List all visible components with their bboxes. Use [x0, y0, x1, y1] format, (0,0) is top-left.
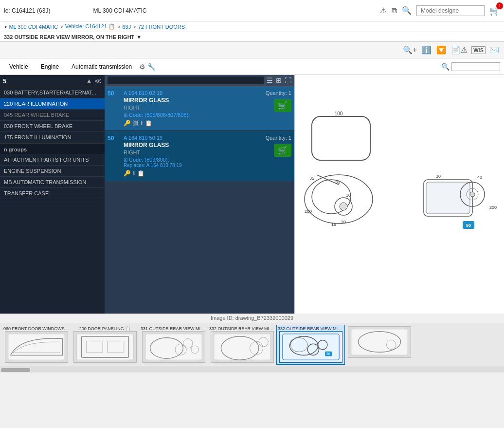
image-id-bar: Image ID: drawing_B72332000029: [0, 314, 504, 323]
add-cart-button-1[interactable]: 🛒: [274, 99, 291, 112]
zoom-in-icon[interactable]: 🔍+: [402, 44, 418, 56]
svg-rect-24: [76, 334, 133, 360]
qty-label-1: Quantity: 1: [266, 90, 291, 96]
subtitle-dropdown[interactable]: ▼: [136, 34, 142, 40]
thumb-label-5: 332 OUTSIDE REAR VIEW MIRROR, ON THE RIG…: [278, 326, 343, 331]
sidebar-group-engine[interactable]: ENGINE SUSPENSION: [0, 166, 105, 177]
thumb-img-5: 50: [279, 331, 342, 363]
sidebar-item-battery[interactable]: 030 BATTERY,STARTER/ALTERNAT...: [0, 87, 105, 98]
part-code-2: ⊞ Code: (809/800);: [124, 157, 262, 163]
svg-rect-23: [8, 334, 64, 360]
search-icon[interactable]: 🔍: [402, 6, 412, 15]
tab-search-input[interactable]: [451, 62, 500, 71]
part-id-2: A 164 810 50 19: [124, 135, 262, 141]
main-content: 5 ▲ ≪ 030 BATTERY,STARTER/ALTERNAT... 22…: [0, 75, 504, 314]
sidebar-item-front-brake[interactable]: 030 FRONT WHEEL BRAKE: [0, 121, 105, 132]
cart-badge: 1: [496, 2, 503, 9]
thumb-img-1: [5, 331, 68, 363]
svg-text:15: 15: [331, 222, 336, 227]
sidebar-group-mb-auto[interactable]: MB AUTOMATIC TRANSMISSION: [0, 177, 105, 188]
tab-vehicle[interactable]: Vehicle: [4, 61, 34, 73]
svg-rect-44: [351, 329, 407, 355]
thumb-item-6[interactable]: [345, 325, 414, 365]
part-pos-1: 50: [108, 90, 120, 127]
cart-button[interactable]: 🛒 1: [489, 5, 500, 16]
sidebar-nav-up[interactable]: ▲: [86, 77, 92, 85]
svg-rect-33: [214, 334, 270, 360]
thumb-img-4: [211, 331, 274, 363]
sidebar-group-transfer[interactable]: TRANSFER CASE: [0, 188, 105, 199]
center-panel: ☰ ⊞ ⛶ 50 A 164 810 02 19 MIRROR GLASS RI…: [105, 75, 294, 314]
part-code-1: ⊞ Code: (805/806/807/808);: [124, 112, 262, 118]
sidebar-header-num: 5: [3, 77, 6, 85]
thumb-item-1[interactable]: 060 FRONT DOOR WINDOWS 📋: [2, 325, 71, 365]
list-view-icon[interactable]: ☰: [267, 76, 273, 84]
tab-search-icon[interactable]: 🔍: [441, 63, 450, 71]
thumb-item-2[interactable]: 200 DOOR PANELING 📋: [71, 325, 139, 365]
sidebar-item-front-illumination[interactable]: 175 FRONT ILLUMINATION: [0, 132, 105, 143]
thumb-item-3[interactable]: 331 OUTSIDE REAR VIEW MIRROR, ON THE LEF…: [139, 325, 208, 365]
svg-text:50: 50: [466, 223, 471, 228]
sidebar-section-title: n groups: [0, 143, 105, 154]
image-icon-1[interactable]: 🖼: [133, 120, 139, 127]
part-sub-1: RIGHT: [124, 105, 262, 111]
svg-text:100: 100: [335, 112, 343, 116]
document-icon[interactable]: 📄⚠: [450, 44, 468, 56]
part-name-2: MIRROR GLASS: [124, 142, 262, 149]
svg-text:35: 35: [309, 176, 314, 181]
svg-rect-28: [145, 334, 201, 360]
breadcrumb-link-63j[interactable]: 63J: [122, 24, 131, 30]
key-icon-2[interactable]: 🔑: [124, 170, 131, 177]
email-icon[interactable]: ✉️: [488, 44, 500, 56]
grid-view-icon[interactable]: ⊞: [276, 76, 282, 84]
tab-engine[interactable]: Engine: [36, 61, 64, 73]
sidebar-header: 5 ▲ ≪: [0, 75, 105, 87]
parts-diagram: 100 35 30 10 200 20 15: [295, 75, 504, 314]
sidebar-item-rear-illumination[interactable]: 220 REAR ILLUMINATION: [0, 98, 105, 110]
breadcrumb-link-vehicle[interactable]: Vehicle: C164121 📋: [65, 23, 115, 30]
svg-text:200: 200: [489, 205, 497, 210]
doc-icon-1[interactable]: 📋: [145, 120, 152, 127]
model-title: ML 300 CDI 4MATIC: [93, 7, 146, 14]
thumb-label-2: 200 DOOR PANELING 📋: [72, 326, 138, 331]
copy-icon[interactable]: ⧉: [392, 6, 397, 15]
parts-search-input[interactable]: [108, 76, 264, 84]
horiz-scrollbar[interactable]: [0, 367, 504, 372]
thumb-item-4[interactable]: 332 OUTSIDE REAR VIEW MIRROR, ON THE RIG…: [208, 325, 276, 365]
image-id-text: Image ID: drawing_B72332000029: [211, 315, 293, 321]
qty-label-2: Quantity: 1: [266, 135, 291, 141]
top-bar: le: C164121 (63J) ML 300 CDI 4MATIC ⚠ ⧉ …: [0, 0, 504, 21]
thumb-label-3: 331 OUTSIDE REAR VIEW MIRROR, ON THE LEF…: [141, 326, 206, 331]
thumb-img-6: [348, 326, 411, 358]
sidebar-nav-collapse[interactable]: ≪: [94, 77, 102, 85]
breadcrumb-link-doors[interactable]: 72 FRONT DOORS: [138, 24, 185, 30]
thumb-item-5[interactable]: 332 OUTSIDE REAR VIEW MIRROR, ON THE RIG…: [276, 325, 345, 365]
horiz-scroll-thumb[interactable]: [1, 368, 30, 372]
info-icon[interactable]: ℹ️: [421, 44, 432, 56]
part-pos-2: 50: [108, 135, 120, 177]
expand-icon[interactable]: ⛶: [285, 76, 291, 84]
model-search-input[interactable]: [416, 5, 485, 16]
subtitle-bar: 332 OUTSIDE REAR VIEW MIRROR, ON THE RIG…: [0, 32, 504, 42]
svg-point-5: [340, 203, 347, 210]
info-icon-1[interactable]: ℹ: [141, 120, 143, 127]
tab-transmission[interactable]: Automatic transmission: [66, 61, 137, 73]
breadcrumb-link-model[interactable]: ML 300 CDI 4MATIC: [9, 24, 58, 30]
part-item-2[interactable]: 50 A 164 810 50 19 MIRROR GLASS RIGHT ⊞ …: [105, 131, 294, 181]
part-details-2: A 164 810 50 19 MIRROR GLASS RIGHT ⊞ Cod…: [124, 135, 262, 177]
svg-text:30: 30: [436, 174, 441, 179]
part-details-1: A 164 810 02 19 MIRROR GLASS RIGHT ⊞ Cod…: [124, 90, 262, 127]
key-icon-1[interactable]: 🔑: [124, 120, 131, 127]
part-item-1[interactable]: 50 A 164 810 02 19 MIRROR GLASS RIGHT ⊞ …: [105, 86, 294, 131]
add-cart-button-2[interactable]: 🛒: [274, 144, 291, 157]
sidebar-item-rear-brake[interactable]: 045 REAR WHEEL BRAKE: [0, 110, 105, 121]
wrench-icon[interactable]: 🔧: [147, 63, 156, 71]
part-qty-1: Quantity: 1 🛒: [266, 90, 291, 127]
doc-icon-2[interactable]: 📋: [137, 170, 144, 177]
warning-icon[interactable]: ⚠: [380, 6, 387, 15]
wis-icon[interactable]: WIS: [471, 46, 486, 54]
sidebar-group-attachment[interactable]: ATTACHMENT PARTS FOR UNITS: [0, 154, 105, 166]
filter-icon[interactable]: 🔽: [435, 44, 447, 56]
info-icon-2[interactable]: ℹ: [133, 170, 135, 177]
gear-icon[interactable]: ⚙: [139, 63, 145, 71]
